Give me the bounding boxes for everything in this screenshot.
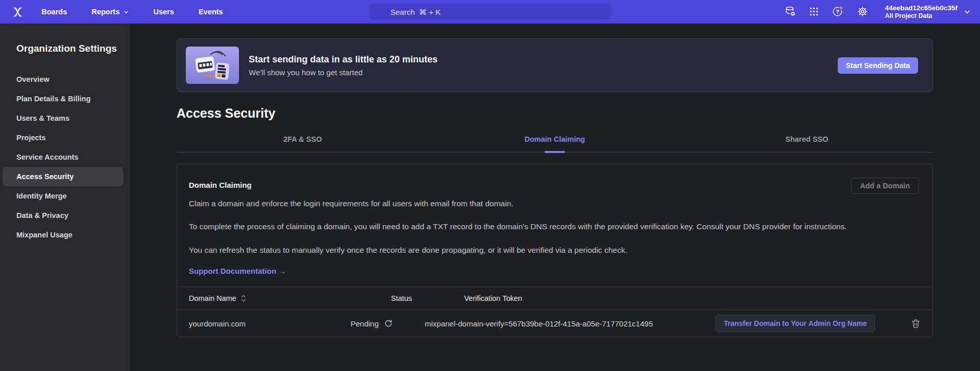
nav-item-boards[interactable]: Boards xyxy=(41,8,67,16)
main-content: Start sending data in as little as 20 mi… xyxy=(129,24,980,371)
nav-item-label: Users xyxy=(154,8,174,16)
org-id: 44eebad12c65eb0c35f xyxy=(885,4,957,12)
chevron-down-icon xyxy=(123,9,129,15)
description-paragraph: To complete the process of claiming a do… xyxy=(189,221,910,232)
project-name: All Project Data xyxy=(885,12,957,19)
column-header-verification-token: Verification Token xyxy=(464,294,921,302)
trash-icon[interactable] xyxy=(911,319,921,329)
card-title: Domain Claiming xyxy=(189,178,252,189)
tab-domain-claiming[interactable]: Domain Claiming xyxy=(429,135,681,152)
nav-item-label: Reports xyxy=(92,8,120,16)
banner-title: Start sending data in as little as 20 mi… xyxy=(249,54,438,65)
nav-item-reports[interactable]: Reports xyxy=(92,8,129,16)
sort-icon[interactable] xyxy=(241,295,246,302)
sidebar-title: Organization Settings xyxy=(0,43,129,54)
verification-token-cell: mixpanel-domain-verify=567b39be-012f-415… xyxy=(425,319,715,328)
tab-label: Domain Claiming xyxy=(525,135,585,143)
search-input[interactable] xyxy=(369,4,611,20)
data-management-icon[interactable] xyxy=(785,6,796,17)
sidebar-item-overview[interactable]: Overview xyxy=(0,70,129,89)
tab-label: Shared SSO xyxy=(786,135,829,143)
help-icon[interactable]: ? xyxy=(832,5,844,18)
sidebar-item-service-accounts[interactable]: Service Accounts xyxy=(0,147,129,167)
nav-item-label: Boards xyxy=(41,8,67,16)
sidebar-item-projects[interactable]: Projects xyxy=(0,128,129,147)
sidebar-item-users-teams[interactable]: Users & Teams xyxy=(0,108,129,128)
column-header-domain-name: Domain Name xyxy=(189,294,236,302)
tab-active-indicator xyxy=(545,151,565,153)
description-paragraph: Claim a domain and enforce the login req… xyxy=(189,198,910,209)
refresh-icon[interactable] xyxy=(384,319,393,328)
table-header-row: Domain Name Status Verification Token xyxy=(177,287,932,310)
sidebar-item-plan-details-billing[interactable]: Plan Details & Billing xyxy=(0,89,129,108)
svg-text:?: ? xyxy=(836,9,839,15)
transfer-domain-button[interactable]: Transfer Domain to Your Admin Org Name xyxy=(715,315,875,332)
navbar-actions: ? 44eebad12c65eb0c35f All Project Data xyxy=(785,4,971,19)
banner-text: Start sending data in as little as 20 mi… xyxy=(249,54,438,77)
banner-illustration-image xyxy=(186,47,239,84)
domains-table: Domain Name Status Verification Token yo… xyxy=(177,287,932,337)
support-documentation-link[interactable]: Support Documentation → xyxy=(189,267,286,275)
tab-2fa-sso[interactable]: 2FA & SSO xyxy=(177,135,429,152)
sidebar-item-mixpanel-usage[interactable]: Mixpanel Usage xyxy=(0,225,129,245)
org-settings-sidebar: Organization Settings Overview Plan Deta… xyxy=(0,24,129,371)
domain-name-cell: yourdomain.com xyxy=(189,319,351,328)
banner-subtitle: We'll show you how to get started xyxy=(249,68,438,77)
table-row: yourdomain.com Pending mixpanel-domain-v… xyxy=(177,310,932,337)
add-domain-button[interactable]: Add a Domain xyxy=(851,178,919,194)
access-security-tabs: 2FA & SSO Domain Claiming Shared SSO xyxy=(177,135,933,152)
description-paragraph: You can refresh the status to manually v… xyxy=(189,245,910,256)
chevron-down-icon xyxy=(964,8,971,15)
tab-label: 2FA & SSO xyxy=(284,135,322,143)
nav-item-users[interactable]: Users xyxy=(154,8,174,16)
account-info: 44eebad12c65eb0c35f All Project Data xyxy=(885,4,957,19)
column-header-status: Status xyxy=(391,294,464,302)
page-title: Access Security xyxy=(177,106,933,121)
sidebar-item-identity-merge[interactable]: Identity Merge xyxy=(0,186,129,206)
primary-nav: Boards Reports Users Events xyxy=(41,8,223,16)
sidebar-item-data-privacy[interactable]: Data & Privacy xyxy=(0,206,129,225)
nav-item-events[interactable]: Events xyxy=(199,8,223,16)
top-navbar: Boards Reports Users Events xyxy=(0,0,980,24)
settings-gear-icon[interactable] xyxy=(857,6,868,17)
tab-shared-sso[interactable]: Shared SSO xyxy=(681,135,933,152)
sidebar-item-access-security[interactable]: Access Security xyxy=(3,167,123,186)
nav-item-label: Events xyxy=(199,8,223,16)
apps-grid-icon[interactable] xyxy=(809,6,819,17)
domain-claiming-card: Domain Claiming Add a Domain Claim a dom… xyxy=(177,164,933,337)
start-sending-data-button[interactable]: Start Sending Data xyxy=(838,57,918,74)
account-switcher[interactable]: 44eebad12c65eb0c35f All Project Data xyxy=(885,4,971,19)
onboarding-banner: Start sending data in as little as 20 mi… xyxy=(177,38,933,92)
status-badge: Pending xyxy=(351,319,379,328)
mixpanel-logo-icon[interactable] xyxy=(11,6,24,18)
